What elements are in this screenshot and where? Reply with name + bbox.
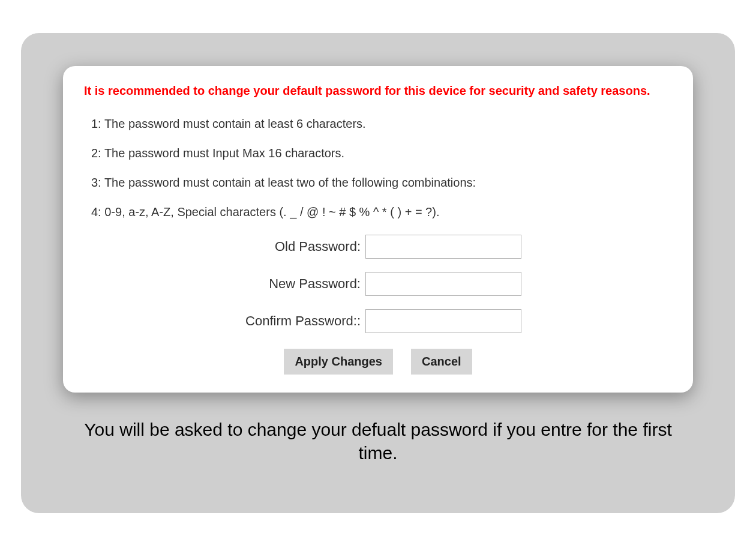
password-rule-3: 3: The password must contain at least tw… xyxy=(91,176,672,190)
new-password-input[interactable] xyxy=(365,272,521,296)
confirm-password-input[interactable] xyxy=(365,309,521,333)
new-password-label: New Password: xyxy=(235,276,361,292)
password-form: Old Password: New Password: Confirm Pass… xyxy=(84,235,672,375)
cancel-button[interactable]: Cancel xyxy=(411,349,472,375)
button-row: Apply Changes Cancel xyxy=(284,349,472,375)
old-password-label: Old Password: xyxy=(235,239,361,254)
warning-message: It is recommended to change your default… xyxy=(84,84,672,98)
confirm-password-row: Confirm Password:: xyxy=(235,309,521,333)
old-password-input[interactable] xyxy=(365,235,521,259)
old-password-row: Old Password: xyxy=(235,235,521,259)
password-change-dialog: It is recommended to change your default… xyxy=(63,66,693,393)
password-rule-1: 1: The password must contain at least 6 … xyxy=(91,117,672,131)
apply-changes-button[interactable]: Apply Changes xyxy=(284,349,393,375)
panel-container: It is recommended to change your default… xyxy=(21,33,735,513)
password-rule-2: 2: The password must Input Max 16 charac… xyxy=(91,146,672,160)
new-password-row: New Password: xyxy=(235,272,521,296)
password-rule-4: 4: 0-9, a-z, A-Z, Special characters (. … xyxy=(91,205,672,219)
caption-text: You will be asked to change your defualt… xyxy=(63,418,693,465)
confirm-password-label: Confirm Password:: xyxy=(235,313,361,329)
